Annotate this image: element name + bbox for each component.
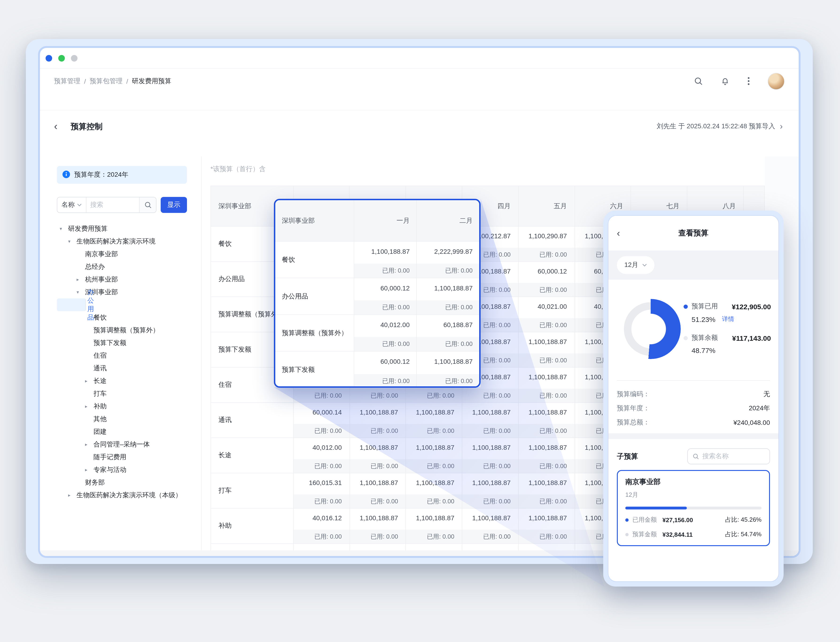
field-select[interactable]: 名称	[57, 198, 86, 212]
cell-amount: 1,100,290.87	[519, 227, 575, 248]
cell-used: 已用: 0.00	[293, 389, 349, 402]
tree-right-arrow-icon[interactable]: ▸	[85, 467, 94, 472]
sub-budget-card[interactable]: 南京事业部 12月 已用金额 ¥27,156.00 占比: 45.26% 预算金…	[617, 470, 770, 546]
tree-item-研发费用预算[interactable]: ▾研发费用预算	[57, 222, 187, 235]
cell-used: 已用: 0.00	[293, 459, 349, 473]
topbar-icons	[694, 73, 785, 89]
tree-right-arrow-icon[interactable]: ▸	[76, 277, 85, 282]
budget-donut-chart	[621, 299, 681, 359]
tree-item-总经办[interactable]: 总经办	[57, 260, 187, 273]
tree-item-label: 研发费用预算	[68, 224, 108, 233]
tree-item-生物医药解决方案演示环境[interactable]: ▾生物医药解决方案演示环境	[57, 235, 187, 248]
month-cell: 1,100,188.87已用: 0.00	[462, 403, 519, 438]
month-chip[interactable]: 12月	[617, 256, 654, 274]
search-icon[interactable]	[694, 76, 703, 86]
table-row-预算调整额（预算外）: 预算调整额（预算外）40,012.00已用: 0.0060,188.87已用: …	[275, 315, 479, 352]
cell-used: 已用: 0.00	[462, 389, 518, 402]
month-cell: 1,100,188.87已用: 0.00	[519, 509, 575, 543]
month-cell: 1,100,188.87已用: 0.00	[406, 438, 463, 473]
search-input[interactable]: 搜索	[86, 198, 139, 212]
tree-item-杭州事业部[interactable]: ▸杭州事业部	[57, 273, 187, 286]
window-dot-minimize[interactable]	[58, 55, 65, 61]
import-meta: 刘先生 于 2025.02.24 15:22:48 预算导入	[657, 122, 775, 131]
detail-link[interactable]: 详情	[722, 315, 734, 323]
tree-item-深圳事业部[interactable]: ▾深圳事业部	[57, 286, 187, 298]
tree-item-通讯[interactable]: 通讯	[57, 362, 187, 374]
cell-amount: 1,100,188.87	[350, 403, 406, 424]
tree-item-长途[interactable]: ▸长途	[57, 374, 187, 387]
tree-item-预算调整额（预算外）[interactable]: 预算调整额（预算外）	[57, 324, 187, 337]
tree-item-住宿[interactable]: 住宿	[57, 349, 187, 362]
kebab-icon[interactable]	[748, 76, 750, 86]
month-cell: 1,100,188.87已用: 0.00	[462, 473, 519, 508]
tree-item-label: 补助	[94, 402, 107, 410]
tree-item-财务部[interactable]: 财务部	[57, 476, 187, 489]
tree-right-arrow-icon[interactable]: ▸	[68, 493, 76, 498]
cell-amount: 2,222,999.87	[417, 242, 479, 264]
cell-used: 已用: 0.00	[406, 424, 462, 438]
avatar[interactable]	[768, 73, 785, 89]
tree-item-label: 财务部	[85, 478, 105, 487]
cell-used: 已用: 0.00	[350, 530, 406, 543]
tree-item-随手记费用[interactable]: 随手记费用	[57, 451, 187, 464]
sub-budget-title: 子预算	[617, 452, 638, 461]
remain-value: ¥117,143.00	[732, 334, 771, 342]
tree-right-arrow-icon[interactable]: ▸	[85, 378, 94, 384]
month-cell: 1,100,290.87已用: 0.00	[519, 227, 575, 261]
month-cell: 1,100,188.87已用: 0.00	[519, 403, 575, 438]
tree-item-label: 住宿	[94, 351, 107, 360]
show-button[interactable]: 显示	[161, 197, 187, 213]
breadcrumb-item[interactable]: 预算管理	[54, 77, 80, 85]
tree-item-补助[interactable]: ▸补助	[57, 400, 187, 413]
tree-item-预算下发额[interactable]: 预算下发额	[57, 337, 187, 349]
window-dot-close[interactable]	[45, 55, 52, 61]
cell-amount: 40,012.00	[293, 438, 349, 459]
cell-used: 已用: 0.00	[293, 424, 349, 438]
tree-item-专家与活动[interactable]: ▸专家与活动	[57, 464, 187, 476]
page-title: 预算控制	[71, 121, 103, 132]
tree-item-其他[interactable]: 其他	[57, 413, 187, 425]
cell-amount: 1,100,188.87	[519, 368, 575, 389]
cell-used: 已用: 0.00	[350, 424, 406, 438]
remain-label: 预算余额	[691, 334, 718, 342]
window-dot-maximize[interactable]	[71, 55, 78, 61]
sub-budget-header: 子预算 搜索名称	[609, 439, 778, 467]
cell-amount: 1,100,188.87	[354, 242, 416, 264]
tree-item-餐饮[interactable]: 餐饮	[57, 311, 187, 324]
cell-amount: 1,100,188.87	[406, 509, 462, 530]
tree-down-arrow-icon[interactable]: ▾	[68, 239, 76, 244]
tree-item-办公用品[interactable]: 办公用品	[57, 298, 86, 311]
tree-right-arrow-icon[interactable]: ▸	[85, 404, 94, 409]
cell-amount: 1,100,188.87	[350, 473, 406, 494]
popup-table-header: 深圳事业部一月二月	[275, 200, 479, 242]
tree-item-label: 南京事业部	[85, 250, 118, 258]
tree-item-团建[interactable]: 团建	[57, 425, 187, 438]
card-dot-budget	[625, 533, 629, 536]
tree-item-合同管理–采纳一体[interactable]: ▸合同管理–采纳一体	[57, 438, 187, 451]
cell-used: 已用: 0.00	[354, 337, 416, 351]
bell-icon[interactable]	[721, 76, 730, 86]
chevron-right-icon[interactable]: ›	[780, 122, 783, 131]
tree-item-生物医药解决方案演示环境（本级）[interactable]: ▸生物医药解决方案演示环境（本级）	[57, 489, 187, 501]
tree-item-打车[interactable]: 打车	[57, 387, 187, 400]
tree-down-arrow-icon[interactable]: ▾	[76, 290, 85, 295]
tree-item-南京事业部[interactable]: 南京事业部	[57, 248, 187, 260]
back-chevron-icon[interactable]: ‹	[54, 117, 58, 136]
month-cell: 1,100,188.87已用: 0.00	[519, 438, 575, 473]
info-value: ¥240,048.00	[733, 419, 770, 426]
tree-item-label: 餐饮	[94, 313, 107, 322]
cell-amount: 1,100,188.87	[350, 438, 406, 459]
sidebar: 预算年度：2024年 名称 搜索	[40, 157, 202, 556]
search-icon[interactable]	[139, 198, 156, 212]
tree-down-arrow-icon[interactable]: ▾	[60, 226, 68, 231]
cell-used: 已用: 0.00	[462, 424, 518, 438]
tree-right-arrow-icon[interactable]: ▸	[85, 442, 94, 447]
tree-item-label: 生物医药解决方案演示环境	[76, 237, 155, 246]
panel-back-icon[interactable]: ‹	[617, 228, 620, 238]
breadcrumb-item[interactable]: 预算包管理	[90, 77, 123, 85]
sub-budget-search[interactable]: 搜索名称	[687, 448, 770, 464]
detail-panel: ‹ 查看预算 12月 预算已用 ¥122,905.00	[608, 215, 779, 582]
row-label: 餐饮	[275, 242, 354, 278]
cell-used: 已用: 0.00	[406, 459, 462, 473]
cell-amount: 1,100,188.87	[462, 509, 518, 530]
